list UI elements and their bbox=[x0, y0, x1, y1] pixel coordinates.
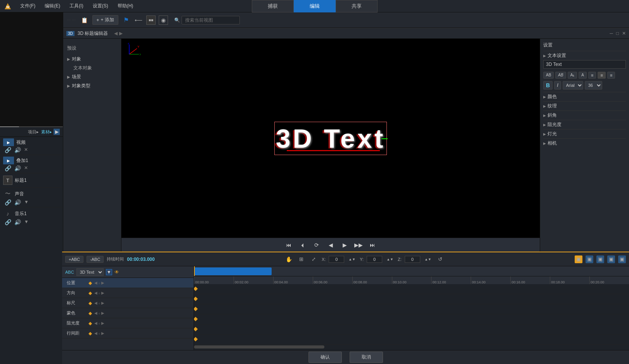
minimize-btn[interactable]: ─ bbox=[610, 31, 613, 36]
preview-slider-thumb[interactable] bbox=[0, 126, 19, 127]
tl-icon4[interactable]: ▣ bbox=[607, 255, 615, 263]
preset-text-object[interactable]: 文本对象 bbox=[67, 64, 117, 72]
skip-end-btn[interactable]: ⏭ bbox=[368, 240, 377, 250]
preset-scene-header[interactable]: ▶ 场景 bbox=[67, 72, 117, 81]
add-abc-btn[interactable]: +ABC bbox=[65, 256, 83, 263]
timeline-scrollbar[interactable] bbox=[194, 345, 629, 349]
canvas-view[interactable]: Y X Z 3D Text 3D Text bbox=[121, 39, 540, 238]
nav-tab-capture[interactable]: 捕获 bbox=[252, 0, 294, 12]
play-btn-sidebar[interactable]: ▶ bbox=[54, 129, 60, 135]
fmt-ab-btn3[interactable]: A₁ bbox=[568, 72, 577, 79]
audio-icon[interactable]: ◉ bbox=[159, 16, 168, 25]
skip-start-btn[interactable]: ⏮ bbox=[284, 240, 293, 250]
overlay-link-icon[interactable]: 🔗 bbox=[5, 165, 11, 171]
track-row-opacity[interactable]: 阻光度 ◆ ◀ ⬦ ▶ bbox=[62, 318, 194, 328]
align-center-btn[interactable]: ≡ bbox=[598, 72, 605, 79]
menu-tools[interactable]: 工具(I) bbox=[65, 0, 88, 12]
close-btn[interactable]: ✕ bbox=[622, 31, 626, 36]
tc-key6[interactable]: ⬦ bbox=[98, 331, 101, 335]
tc-key1[interactable]: ⬦ bbox=[98, 281, 101, 285]
y-spinners[interactable]: ▲▼ bbox=[385, 255, 395, 264]
menu-edit[interactable]: 编辑(E) bbox=[40, 0, 65, 12]
tc-next5[interactable]: ▶ bbox=[101, 321, 104, 325]
preset-object-header[interactable]: ▶ 对象 bbox=[67, 55, 117, 64]
tc-next4[interactable]: ▶ bbox=[101, 311, 104, 315]
fmt-ab-btn1[interactable]: AB bbox=[543, 72, 554, 79]
fmt-a1-btn[interactable]: A bbox=[579, 72, 587, 79]
maximize-btn[interactable]: □ bbox=[616, 31, 619, 36]
tc-key2[interactable]: ⬦ bbox=[98, 291, 101, 295]
overlay-more-icon[interactable]: ✕ bbox=[24, 165, 28, 171]
nav-tab-edit[interactable]: 编辑 bbox=[294, 0, 336, 12]
step-fwd-btn[interactable]: ▶▶ bbox=[354, 240, 363, 250]
track-name-select[interactable]: 3D Text bbox=[76, 268, 104, 276]
track-dropdown-btn[interactable]: ▼ bbox=[106, 269, 112, 275]
audio-link-icon[interactable]: 🔗 bbox=[5, 199, 11, 205]
font-size-select[interactable]: 36 bbox=[585, 81, 602, 90]
track-row-color[interactable]: 蒙色 ◆ ◀ ⬦ ▶ bbox=[62, 308, 194, 318]
bevel-header[interactable]: ▶ 斜角 bbox=[543, 110, 626, 120]
z-spinners[interactable]: ▲▼ bbox=[423, 255, 433, 264]
tl-icon1[interactable]: ▣ bbox=[575, 255, 582, 263]
align-left-btn[interactable]: ≡ bbox=[588, 72, 596, 79]
italic-btn[interactable]: I bbox=[554, 81, 561, 90]
music-link-icon[interactable]: 🔗 bbox=[5, 219, 11, 225]
camera-header[interactable]: ▶ 相机 bbox=[543, 138, 626, 148]
main-clip-bar[interactable] bbox=[194, 267, 272, 275]
texture-header[interactable]: ▶ 纹理 bbox=[543, 101, 626, 110]
tc-prev2[interactable]: ◀ bbox=[94, 291, 97, 295]
hand-tool-btn[interactable]: ✋ bbox=[284, 255, 294, 264]
search-input[interactable] bbox=[182, 16, 240, 24]
align-right-btn[interactable]: ≡ bbox=[607, 72, 615, 79]
step-back-btn[interactable]: ◀ bbox=[326, 240, 335, 250]
prev-frame-btn[interactable]: ⏴ bbox=[298, 240, 307, 250]
color-header[interactable]: ▶ 颜色 bbox=[543, 92, 626, 101]
text-content-input[interactable] bbox=[543, 60, 626, 69]
timeline-ruler-area[interactable]: 00:00.00 00:02.00 00:04.00 00:06.00 00:0… bbox=[194, 266, 629, 350]
track-row-position[interactable]: 位置 ◆ ◀ ⬦ ▶ bbox=[62, 278, 194, 288]
position-tool-btn[interactable]: ⊞ bbox=[297, 255, 306, 264]
menu-settings[interactable]: 设置(S) bbox=[88, 0, 113, 12]
track-row-lineheight[interactable]: 行间距 ◆ ◀ ⬦ ▶ bbox=[62, 328, 194, 338]
tc-key5[interactable]: ⬦ bbox=[98, 321, 101, 325]
refresh-btn[interactable]: ↺ bbox=[436, 255, 445, 264]
remove-abc-btn[interactable]: -ABC bbox=[87, 256, 104, 263]
loop-btn[interactable]: ⟳ bbox=[312, 240, 321, 250]
tc-prev3[interactable]: ◀ bbox=[94, 301, 97, 305]
z-input[interactable] bbox=[405, 256, 420, 263]
tc-prev6[interactable]: ◀ bbox=[94, 331, 97, 335]
track-row-direction[interactable]: 方向 ◆ ◀ ⬦ ▶ bbox=[62, 288, 194, 298]
fmt-ab-btn2[interactable]: AB bbox=[555, 72, 566, 79]
video-more-icon[interactable]: ✕ bbox=[24, 147, 28, 153]
screen-icon[interactable]: ■■ bbox=[146, 16, 156, 25]
tc-prev4[interactable]: ◀ bbox=[94, 311, 97, 315]
audio-vol-icon[interactable]: 🔊 bbox=[14, 199, 21, 205]
tc-key4[interactable]: ⬦ bbox=[98, 311, 101, 315]
text-settings-header[interactable]: ▶ 文本设置 bbox=[543, 51, 626, 60]
menu-help[interactable]: 帮助(H) bbox=[113, 0, 138, 12]
opacity-header[interactable]: ▶ 阻光度 bbox=[543, 120, 626, 129]
add-button[interactable]: + + 添加 bbox=[92, 15, 118, 25]
tc-next1[interactable]: ▶ bbox=[101, 281, 104, 285]
forward-arrow[interactable]: ▶ bbox=[119, 31, 123, 36]
font-select[interactable]: Arial bbox=[563, 81, 583, 90]
scale-tool-btn[interactable]: ⤢ bbox=[309, 255, 319, 264]
menu-file[interactable]: 文件(F) bbox=[16, 0, 40, 12]
y-input[interactable] bbox=[367, 256, 382, 263]
overlay-audio-icon[interactable]: 🔊 bbox=[14, 165, 21, 171]
video-audio-icon[interactable]: 🔊 bbox=[14, 147, 21, 153]
video-link-icon[interactable]: 🔗 bbox=[5, 147, 11, 153]
confirm-button[interactable]: 确认 bbox=[308, 352, 342, 363]
cancel-button[interactable]: 取消 bbox=[350, 352, 383, 363]
scrollbar-thumb[interactable] bbox=[194, 345, 324, 348]
bold-btn[interactable]: B bbox=[543, 81, 553, 90]
music-vol-icon[interactable]: 🔊 bbox=[14, 219, 21, 225]
tc-prev1[interactable]: ◀ bbox=[94, 281, 97, 285]
tc-next3[interactable]: ▶ bbox=[101, 301, 104, 305]
tl-icon2[interactable]: ▣ bbox=[586, 255, 593, 263]
back-arrow[interactable]: ◀ bbox=[114, 31, 118, 36]
nav-tab-share[interactable]: 共享 bbox=[336, 0, 378, 12]
x-spinners[interactable]: ▲▼ bbox=[347, 255, 357, 264]
tc-next6[interactable]: ▶ bbox=[101, 331, 104, 335]
prev-frame-icon[interactable]: ⟵ bbox=[134, 16, 143, 25]
